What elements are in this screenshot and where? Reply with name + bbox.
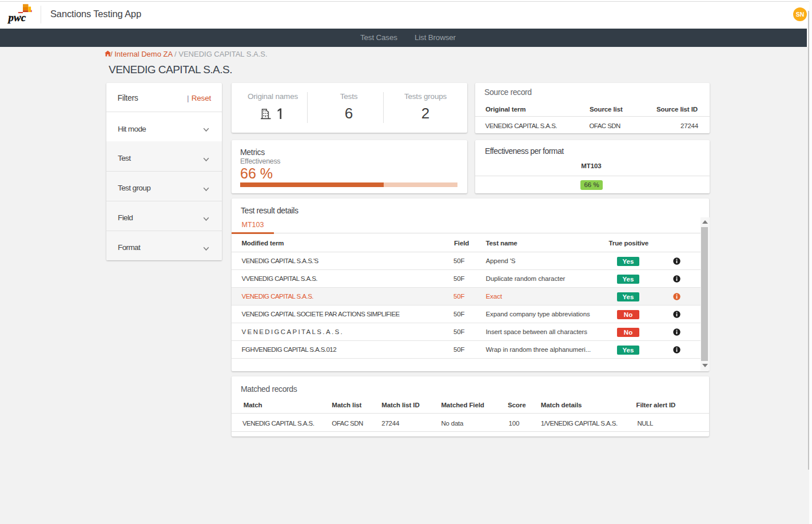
svg-text:pwc: pwc [7, 11, 26, 23]
